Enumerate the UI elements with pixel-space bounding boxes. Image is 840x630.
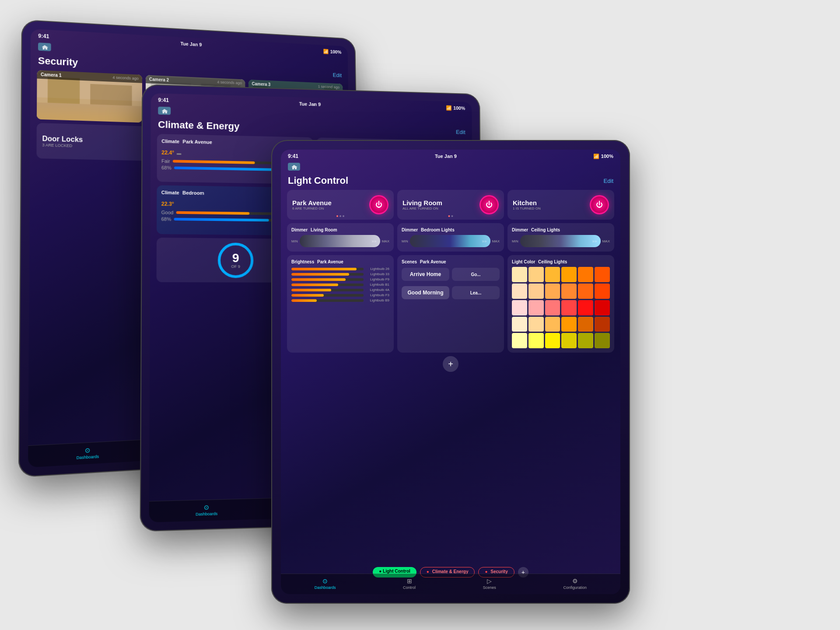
color-cell-29[interactable] (595, 333, 610, 348)
zone-living-room[interactable]: Living Room ALL ARE TURNED ON ⏻ (397, 190, 504, 220)
zone-kitchen-power[interactable]: ⏻ (590, 195, 609, 214)
color-cell-10[interactable] (578, 284, 593, 299)
color-cell-15[interactable] (561, 300, 577, 315)
zone-kitchen-info: Kitchen 1 IS TURNED ON (513, 199, 541, 210)
dimmer-bedroom-slider-container: MIN »» MAX (402, 235, 500, 247)
color-cell-24[interactable] (512, 333, 527, 348)
color-cell-28[interactable] (578, 333, 593, 348)
dimmer-bedroom-arrows: »» (482, 239, 487, 244)
light-control-dot-indicator: ● (379, 569, 382, 574)
scene-arrive-home-btn[interactable]: Arrive Home (402, 268, 449, 281)
dimmers-row: Dimmer Living Room MIN »» MAX (287, 223, 614, 252)
dot-park-1 (336, 215, 338, 217)
zone-living-dots (448, 215, 453, 217)
security-right-icons: 📶 100% (323, 49, 341, 55)
color-cell-25[interactable] (528, 333, 544, 348)
dimmer-bedroom-title: Dimmer Bedroom Lights (402, 228, 500, 232)
scene-good-morning-btn[interactable]: Good Morning (402, 286, 449, 299)
zone-park-avenue[interactable]: Park Avenue 6 ARE TURNED ON ⏻ (287, 190, 394, 220)
color-cell-19[interactable] (528, 317, 544, 332)
brightness-card[interactable]: Brightness Park Avenue Lightbulb 26 (287, 255, 394, 353)
dimmer-max-label: MAX (382, 239, 389, 243)
dimmer-bedroom-track[interactable]: »» (410, 235, 490, 247)
wifi-icon: 📶 (323, 49, 329, 54)
color-cell-4[interactable] (578, 267, 593, 282)
light-edit-btn[interactable]: Edit (604, 178, 613, 184)
zone-kitchen[interactable]: Kitchen 1 IS TURNED ON ⏻ (508, 190, 614, 220)
scene-arrive-more-btn[interactable]: Go... (452, 268, 500, 281)
color-cell-2[interactable] (545, 267, 560, 282)
dimmer-ceiling[interactable]: Dimmer Ceiling Lights MIN »» MAX (508, 223, 614, 252)
climate-nav-dashboards[interactable]: ⊙ Dashboards (196, 504, 217, 517)
dimmer-living[interactable]: Dimmer Living Room MIN »» MAX (287, 223, 394, 252)
color-cell-22[interactable] (578, 317, 593, 332)
scenes-card[interactable]: Scenes Park Avenue Arrive Home Go... Goo… (397, 255, 504, 353)
dimmer-ceiling-track[interactable]: »» (520, 235, 601, 247)
light-date: Tue Jan 9 (435, 154, 457, 159)
brightness-fill-4 (291, 289, 331, 291)
color-cell-27[interactable] (561, 333, 577, 348)
color-cell-21[interactable] (561, 317, 577, 332)
climate-dashboards-label: Dashboards (196, 511, 217, 517)
color-grid[interactable] (512, 267, 610, 348)
color-cell-8[interactable] (545, 284, 560, 299)
zone-park-name: Park Avenue (292, 199, 332, 206)
climate-right-icons: 📶 100% (446, 105, 465, 111)
dimmer-bedroom[interactable]: Dimmer Bedroom Lights MIN »» MAX (397, 223, 504, 252)
zone-living-power[interactable]: ⏻ (480, 195, 499, 214)
camera-card-1[interactable]: Camera 1 4 seconds ago (37, 70, 142, 122)
dimmer-living-title: Dimmer Living Room (291, 228, 389, 232)
brightness-row-5: Lightbulb F3 (291, 293, 389, 297)
color-cell-9[interactable] (561, 284, 577, 299)
dimmer-living-arrows: »» (372, 239, 377, 244)
color-cell-18[interactable] (512, 317, 527, 332)
dimmer-bedroom-min: MIN (402, 239, 408, 243)
light-nav-config[interactable]: ⚙ Configuration (564, 578, 587, 590)
dimmer-living-track[interactable]: »» (300, 235, 380, 247)
color-cell-5[interactable] (595, 267, 610, 282)
brightness-name-2: Lightbulb F9 (365, 277, 389, 281)
light-nav-control[interactable]: ⊞ Control (403, 578, 416, 590)
dimmer-ceiling-max: MAX (602, 239, 610, 243)
climate-time: 9:41 (158, 97, 169, 104)
climate-edit-btn[interactable]: Edit (456, 129, 465, 135)
brightness-bar-1 (291, 273, 364, 276)
nav-dashboards[interactable]: ⊙ Dashboards (76, 446, 99, 460)
dimmer-min-label: MIN (291, 239, 298, 243)
dimmer-ceiling-arrows: »» (592, 239, 597, 244)
color-cell-7[interactable] (528, 284, 544, 299)
big-count-num: 9 (232, 252, 239, 264)
light-nav-scenes[interactable]: ▷ Scenes (483, 578, 496, 590)
color-cell-17[interactable] (595, 300, 610, 315)
security-edit-btn[interactable]: Edit (333, 72, 342, 78)
brightness-bar-4 (291, 289, 364, 291)
color-cell-6[interactable] (512, 284, 527, 299)
color-cell-26[interactable] (545, 333, 560, 348)
color-cell-0[interactable] (512, 267, 527, 282)
light-color-title: Light Color Ceiling Lights (512, 259, 610, 264)
light-config-label: Configuration (564, 585, 587, 590)
zone-park-power[interactable]: ⏻ (369, 195, 388, 214)
dimmer-ceiling-min: MIN (512, 239, 518, 243)
color-cell-13[interactable] (528, 300, 544, 315)
color-cell-12[interactable] (512, 300, 527, 315)
light-color-card[interactable]: Light Color Ceiling Lights (508, 255, 614, 353)
scene-morning-more-btn[interactable]: Lea... (452, 286, 500, 299)
light-config-icon: ⚙ (572, 578, 578, 584)
brightness-fill-2 (291, 278, 346, 281)
light-time: 9:41 (288, 153, 298, 159)
light-nav-dashboards[interactable]: ⊙ Dashboards (315, 578, 336, 590)
camera-1-label: Camera 1 (41, 72, 62, 78)
color-cell-1[interactable] (528, 267, 544, 282)
climate-park-humidity-fill (174, 167, 276, 171)
light-screen: 9:41 Tue Jan 9 📶 100% Light Control Edit (281, 150, 620, 594)
door-locks-info: Door Locks 3 ARE LOCKED (42, 134, 83, 148)
scenes-morning-row: Good Morning Lea... (402, 286, 500, 302)
color-cell-3[interactable] (561, 267, 577, 282)
color-cell-16[interactable] (578, 300, 593, 315)
color-cell-11[interactable] (595, 284, 610, 299)
color-cell-23[interactable] (595, 317, 610, 332)
color-cell-14[interactable] (545, 300, 560, 315)
color-cell-20[interactable] (545, 317, 560, 332)
add-scene-btn[interactable]: + (443, 356, 458, 372)
